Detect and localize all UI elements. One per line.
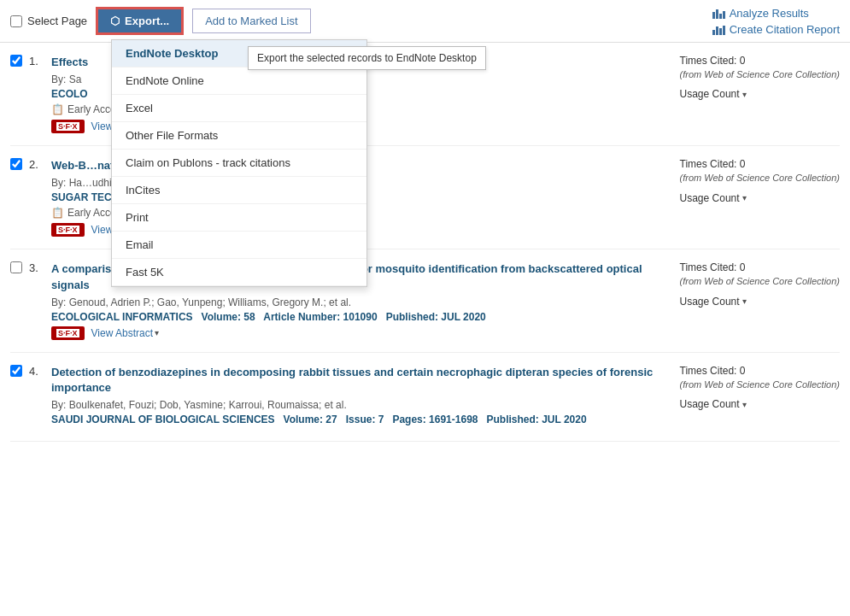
usage-chevron-4: ▾ xyxy=(742,400,747,409)
select-page-wrap: Select Page xyxy=(10,15,87,27)
result-2-checkbox[interactable] xyxy=(10,158,22,170)
result-1-usage-count[interactable]: Usage Count ▾ xyxy=(680,88,840,100)
analyze-icon xyxy=(712,9,725,19)
result-3-usage-count[interactable]: Usage Count ▾ xyxy=(680,296,840,308)
menu-item-other-formats[interactable]: Other File Formats xyxy=(112,122,366,150)
menu-item-excel[interactable]: Excel xyxy=(112,95,366,122)
export-button[interactable]: ⬡ Export... xyxy=(96,7,184,35)
early-access-icon-2: 📋 xyxy=(51,207,64,219)
menu-item-print[interactable]: Print xyxy=(112,204,366,232)
table-row: 4. Detection of benzodiazepines in decom… xyxy=(10,353,840,442)
analyze-label: Analyze Results xyxy=(730,7,809,20)
result-1-number: 1. xyxy=(29,55,43,67)
result-1-from-wos: (from Web of Science Core Collection) xyxy=(680,68,840,81)
citation-label: Create Citation Report xyxy=(730,23,840,36)
result-4-left: 4. xyxy=(10,365,43,429)
add-marked-button[interactable]: Add to Marked List xyxy=(192,9,310,33)
result-3-authors: By: Genoud, Adrien P.; Gao, Yunpeng; Wil… xyxy=(51,296,663,308)
result-3-checkbox[interactable] xyxy=(10,261,22,273)
menu-item-incites[interactable]: InCites xyxy=(112,177,366,204)
menu-item-endnote-online[interactable]: EndNote Online xyxy=(112,67,366,95)
result-1-times-cited: Times Cited: 0 xyxy=(680,55,840,67)
sfx-inner-2: S·F·X xyxy=(56,225,80,235)
sfx-badge-3[interactable]: S·F·X xyxy=(51,326,85,340)
export-dropdown: EndNote Desktop EndNote Online Excel Oth… xyxy=(111,39,367,287)
result-1-checkbox[interactable] xyxy=(10,55,22,67)
result-2-usage-count[interactable]: Usage Count ▾ xyxy=(680,192,840,204)
result-3-from-wos: (from Web of Science Core Collection) xyxy=(680,275,840,288)
result-4-from-wos: (from Web of Science Core Collection) xyxy=(680,378,840,391)
result-1-right: Times Cited: 0 (from Web of Science Core… xyxy=(671,55,840,133)
create-citation-report-link[interactable]: Create Citation Report xyxy=(712,23,840,36)
menu-item-fast5k[interactable]: Fast 5K xyxy=(112,259,366,286)
result-2-times-cited: Times Cited: 0 xyxy=(680,158,840,170)
sfx-inner-3: S·F·X xyxy=(56,328,80,338)
result-4-checkbox[interactable] xyxy=(10,365,22,377)
result-3-number: 3. xyxy=(29,261,43,274)
result-4-journal: SAUDI JOURNAL OF BIOLOGICAL SCIENCES Vol… xyxy=(51,414,663,425)
view-abstract-3[interactable]: View Abstract ▾ xyxy=(91,327,159,339)
result-3-left: 3. xyxy=(10,261,43,339)
result-4-times-cited: Times Cited: 0 xyxy=(680,365,840,377)
endnote-tooltip: Export the selected records to EndNote D… xyxy=(248,46,486,70)
sfx-badge-1[interactable]: S·F·X xyxy=(51,120,85,133)
usage-chevron-3: ▾ xyxy=(742,296,747,306)
export-button-label: Export... xyxy=(125,15,169,27)
result-4-right: Times Cited: 0 (from Web of Science Core… xyxy=(671,365,840,429)
result-3-journal: ECOLOGICAL INFORMATICS Volume: 58 Articl… xyxy=(51,311,663,323)
export-icon: ⬡ xyxy=(110,15,120,27)
result-1-left: 1. xyxy=(10,55,43,133)
analyze-results-link[interactable]: Analyze Results xyxy=(712,7,840,20)
result-4-content: Detection of benzodiazepines in decompos… xyxy=(51,365,663,429)
citation-icon xyxy=(712,25,725,35)
result-4-authors: By: Boulkenafet, Fouzi; Dob, Yasmine; Ka… xyxy=(51,399,663,411)
result-4-number: 4. xyxy=(29,365,43,378)
result-2-left: 2. xyxy=(10,158,43,237)
result-2-right: Times Cited: 0 (from Web of Science Core… xyxy=(671,158,840,237)
usage-chevron-2: ▾ xyxy=(742,193,747,202)
result-2-number: 2. xyxy=(29,158,43,171)
result-3-right: Times Cited: 0 (from Web of Science Core… xyxy=(671,261,840,339)
result-4-usage-count[interactable]: Usage Count ▾ xyxy=(680,398,840,410)
early-access-icon: 📋 xyxy=(51,103,64,115)
sfx-inner-1: S·F·X xyxy=(56,121,80,132)
result-2-from-wos: (from Web of Science Core Collection) xyxy=(680,172,840,185)
right-panel: Analyze Results Create Citation Report xyxy=(712,7,840,36)
add-marked-label: Add to Marked List xyxy=(205,15,297,27)
select-page-label: Select Page xyxy=(27,15,87,27)
sfx-badge-2[interactable]: S·F·X xyxy=(51,223,85,237)
result-3-sfx: S·F·X View Abstract ▾ xyxy=(51,326,663,340)
tooltip-text: Export the selected records to EndNote D… xyxy=(257,52,477,64)
result-3-times-cited: Times Cited: 0 xyxy=(680,261,840,273)
select-page-checkbox[interactable] xyxy=(10,15,22,27)
menu-item-publons[interactable]: Claim on Publons - track citations xyxy=(112,150,366,177)
chevron-down-icon-3: ▾ xyxy=(155,328,159,337)
usage-chevron-1: ▾ xyxy=(742,90,747,99)
top-bar: Select Page ⬡ Export... Add to Marked Li… xyxy=(0,0,850,43)
menu-item-email[interactable]: Email xyxy=(112,232,366,259)
result-4-title[interactable]: Detection of benzodiazepines in decompos… xyxy=(51,365,663,396)
